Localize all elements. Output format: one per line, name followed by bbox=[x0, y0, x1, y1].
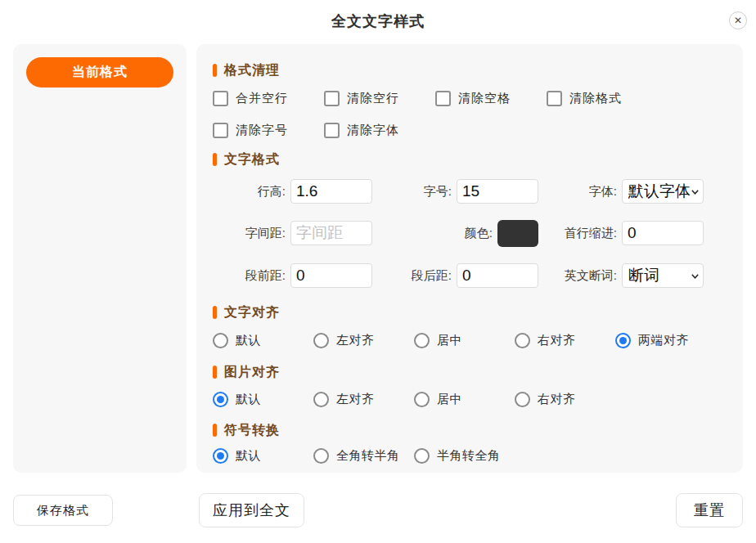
radio-symbol-default[interactable]: 默认 bbox=[213, 448, 313, 464]
radio-image-align-center[interactable]: 居中 bbox=[414, 392, 515, 407]
hyphenation-value: 断词 bbox=[628, 265, 691, 286]
text-format-row-3: 段前距: 段后距: 英文断词: 断词 bbox=[213, 263, 743, 289]
line-height-input[interactable] bbox=[290, 179, 372, 204]
text-format-row-2: 字间距: 颜色: 首行缩进: bbox=[213, 220, 743, 246]
section-title: 文字对齐 bbox=[224, 304, 280, 321]
color-swatch[interactable] bbox=[497, 220, 538, 247]
section-header-cleanup: 格式清理 bbox=[213, 62, 743, 79]
radio-text-align-default[interactable]: 默认 bbox=[213, 333, 313, 348]
radio-label: 半角转全角 bbox=[437, 448, 501, 464]
space-before-input[interactable] bbox=[290, 263, 372, 288]
checkbox-label: 清除字体 bbox=[347, 123, 399, 138]
radio[interactable] bbox=[515, 392, 530, 407]
checkbox-clear-font-size[interactable]: 清除字号 bbox=[213, 123, 324, 138]
checkbox-clear-blank-lines[interactable]: 清除空行 bbox=[324, 91, 435, 106]
radio[interactable] bbox=[615, 333, 631, 348]
radio[interactable] bbox=[313, 392, 329, 407]
cleanup-row-2: 清除字号 清除字体 bbox=[213, 120, 743, 140]
checkbox-clear-spaces[interactable]: 清除空格 bbox=[435, 91, 547, 106]
checkbox[interactable] bbox=[324, 91, 340, 106]
radio-label: 默认 bbox=[236, 392, 261, 407]
radio[interactable] bbox=[515, 333, 530, 348]
radio[interactable] bbox=[313, 448, 329, 464]
font-family-select[interactable]: 默认字体 bbox=[622, 179, 704, 204]
checkbox[interactable] bbox=[213, 91, 228, 106]
checkbox-merge-blank-lines[interactable]: 合并空行 bbox=[213, 91, 324, 106]
space-after-input[interactable] bbox=[457, 263, 538, 288]
first-line-indent-label: 首行缩进: bbox=[538, 226, 622, 241]
cleanup-row-1: 合并空行 清除空行 清除空格 清除格式 bbox=[213, 88, 743, 108]
radio-text-align-center[interactable]: 居中 bbox=[414, 333, 515, 348]
checkbox-label: 清除空行 bbox=[347, 91, 399, 106]
radio[interactable] bbox=[213, 448, 228, 464]
line-height-label: 行高: bbox=[213, 184, 290, 200]
checkbox[interactable] bbox=[213, 123, 228, 138]
radio-label: 默认 bbox=[236, 333, 261, 348]
section-marker bbox=[213, 64, 217, 77]
radio[interactable] bbox=[414, 333, 430, 348]
apply-to-fulltext-button[interactable]: 应用到全文 bbox=[199, 493, 304, 527]
letter-spacing-label: 字间距: bbox=[213, 226, 290, 241]
checkbox-clear-format[interactable]: 清除格式 bbox=[547, 91, 658, 106]
chevron-down-icon bbox=[691, 272, 700, 280]
section-header-text-align: 文字对齐 bbox=[213, 304, 743, 321]
close-icon[interactable]: ✕ bbox=[729, 11, 747, 29]
settings-panel: 格式清理 合并空行 清除空行 清除空格 清除格式 清除字号 清除字体 bbox=[196, 44, 743, 473]
radio[interactable] bbox=[414, 448, 430, 464]
radio-image-align-left[interactable]: 左对齐 bbox=[313, 392, 414, 407]
font-size-input[interactable] bbox=[457, 179, 538, 204]
radio-text-align-right[interactable]: 右对齐 bbox=[515, 333, 615, 348]
radio-label: 全角转半角 bbox=[336, 448, 400, 464]
current-format-button[interactable]: 当前格式 bbox=[26, 57, 173, 88]
page-title: 全文文字样式 bbox=[0, 11, 756, 31]
checkbox[interactable] bbox=[324, 123, 340, 138]
space-before-label: 段前距: bbox=[213, 268, 290, 284]
checkbox-label: 清除空格 bbox=[458, 91, 511, 106]
font-size-label: 字号: bbox=[372, 184, 457, 200]
radio-label: 右对齐 bbox=[538, 392, 576, 407]
radio[interactable] bbox=[213, 392, 228, 407]
radio-label: 默认 bbox=[236, 448, 261, 464]
radio-symbol-half-to-full[interactable]: 半角转全角 bbox=[414, 448, 515, 464]
section-title: 图片对齐 bbox=[224, 364, 280, 381]
checkbox-label: 合并空行 bbox=[236, 91, 288, 106]
first-line-indent-input[interactable] bbox=[622, 221, 704, 245]
text-format-row-1: 行高: 字号: 字体: 默认字体 bbox=[213, 178, 743, 204]
radio-image-align-default[interactable]: 默认 bbox=[213, 392, 313, 407]
section-header-symbol-convert: 符号转换 bbox=[213, 422, 743, 438]
font-family-label: 字体: bbox=[538, 184, 622, 200]
checkbox[interactable] bbox=[547, 91, 562, 106]
font-family-value: 默认字体 bbox=[628, 181, 691, 202]
checkbox-label: 清除字号 bbox=[236, 123, 288, 138]
letter-spacing-input[interactable] bbox=[290, 221, 372, 245]
radio-text-align-justify[interactable]: 两端对齐 bbox=[615, 333, 716, 348]
radio-label: 左对齐 bbox=[336, 392, 375, 407]
radio-label: 居中 bbox=[437, 333, 462, 348]
checkbox[interactable] bbox=[435, 91, 451, 106]
text-align-options: 默认 左对齐 居中 右对齐 两端对齐 bbox=[213, 331, 743, 349]
radio-label: 右对齐 bbox=[538, 333, 576, 348]
section-title: 文字格式 bbox=[224, 151, 280, 168]
section-marker bbox=[213, 366, 217, 379]
section-marker bbox=[213, 153, 217, 166]
radio[interactable] bbox=[414, 392, 430, 407]
radio[interactable] bbox=[213, 333, 228, 348]
radio-text-align-left[interactable]: 左对齐 bbox=[313, 333, 414, 348]
section-marker bbox=[213, 424, 217, 437]
radio[interactable] bbox=[313, 333, 329, 348]
radio-symbol-full-to-half[interactable]: 全角转半角 bbox=[313, 448, 414, 464]
section-header-image-align: 图片对齐 bbox=[213, 364, 743, 380]
radio-image-align-right[interactable]: 右对齐 bbox=[515, 392, 615, 407]
space-after-label: 段后距: bbox=[372, 268, 457, 284]
save-format-button[interactable]: 保存格式 bbox=[13, 495, 113, 526]
radio-label: 左对齐 bbox=[336, 333, 375, 348]
hyphenation-select[interactable]: 断词 bbox=[622, 263, 704, 288]
reset-button[interactable]: 重置 bbox=[676, 493, 743, 527]
hyphenation-label: 英文断词: bbox=[538, 268, 622, 284]
checkbox-clear-font-family[interactable]: 清除字体 bbox=[324, 123, 435, 138]
sidebar-panel: 当前格式 bbox=[13, 44, 187, 473]
image-align-options: 默认 左对齐 居中 右对齐 bbox=[213, 390, 743, 408]
section-marker bbox=[213, 306, 217, 319]
color-label: 颜色: bbox=[372, 226, 497, 241]
section-title: 符号转换 bbox=[224, 422, 280, 439]
